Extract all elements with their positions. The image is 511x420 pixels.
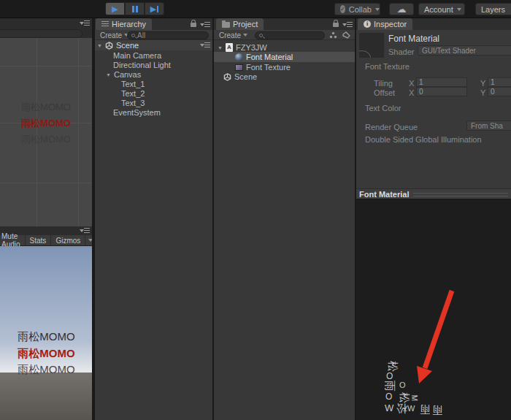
foldout-icon[interactable]: ▼ (106, 72, 111, 77)
tree-row-text-3[interactable]: Text_3 (95, 98, 212, 108)
chevron-down-icon (375, 8, 380, 11)
tree-row-label: EventSystem (113, 108, 161, 117)
tree-row-label: Directional Light (113, 61, 171, 69)
game-panel-menu-icon[interactable] (80, 227, 90, 234)
inspector-tab-label: Inspector (374, 20, 407, 28)
double-sided-gi-label: Double Sided Global Illumination (365, 135, 482, 144)
tree-row-canvas[interactable]: ▼ Canvas (95, 69, 212, 80)
tree-row-label: Canvas (114, 70, 141, 79)
filter-by-label-icon[interactable] (342, 31, 350, 39)
filter-by-type-icon[interactable] (329, 31, 337, 39)
offset-y-label: Y (480, 88, 485, 97)
tiling-x-field[interactable] (416, 77, 467, 87)
project-tab-label: Project (233, 20, 258, 28)
main-toolbar: ▶ ▶ ✓ Collab ☁ Account Layers (0, 0, 511, 18)
info-icon: i (364, 20, 371, 28)
project-panel-menu-icon[interactable] (342, 21, 353, 28)
game-viewport[interactable]: 雨松MOMO 雨松MOMO 雨松MOMO (0, 246, 92, 420)
chevron-down-icon (457, 8, 461, 11)
inspector-panel: i Inspector Font Material Shader GUI/Tex… (356, 18, 511, 420)
cloud-icon: ☁ (397, 4, 407, 14)
material-preview-area[interactable]: 松 O 雨 O O 松 M W 松 W 雨 雨 (356, 199, 511, 420)
hierarchy-tab-strip: Hierarchy (95, 18, 212, 30)
tab-project[interactable]: Project (216, 18, 264, 30)
tree-row-scene[interactable]: ▼ Scene (95, 40, 212, 50)
tree-row-directional-light[interactable]: Directional Light (95, 60, 212, 70)
shader-dropdown[interactable]: GUI/Text Shader (418, 45, 511, 56)
drag-handle[interactable] (413, 193, 508, 196)
render-queue-dropdown[interactable]: From Sha (466, 121, 511, 131)
layers-dropdown[interactable]: Layers (475, 3, 511, 15)
tree-row-fzy3jw[interactable]: ▼ A FZY3JW (214, 42, 355, 53)
texture-icon (235, 64, 243, 71)
hierarchy-panel-menu-icon[interactable] (200, 21, 210, 28)
offset-x-label: X (409, 88, 414, 97)
mute-audio-button[interactable]: Mute Audio (0, 235, 26, 245)
tiling-y-label: Y (480, 79, 485, 88)
tree-row-label: Scene (234, 72, 257, 81)
tree-row-font-material[interactable]: Font Material (214, 52, 355, 62)
pause-icon (132, 6, 138, 12)
scene-view-tab-strip (0, 18, 92, 28)
pause-button[interactable] (125, 2, 145, 15)
grid-line (0, 183, 92, 183)
step-button[interactable]: ▶ (145, 2, 164, 15)
material-name: Font Material (388, 34, 439, 44)
tab-hierarchy[interactable]: Hierarchy (96, 18, 152, 30)
folder-icon (222, 22, 230, 28)
material-preview-thumbnail (359, 33, 384, 58)
account-dropdown[interactable]: Account (418, 3, 465, 15)
scene-text-1: 雨松MOMO (0, 101, 92, 114)
stats-button[interactable]: Stats (26, 235, 52, 245)
tree-row-label: Font Texture (246, 63, 291, 72)
gizmos-label: Gizmos (55, 237, 80, 245)
material-preview-header[interactable]: Font Material (356, 188, 511, 199)
tree-row-eventsystem[interactable]: EventSystem (95, 107, 212, 118)
tree-row-label: Text_3 (121, 99, 145, 107)
shader-value: GUI/Text Shader (422, 47, 476, 55)
cloud-services-button[interactable]: ☁ (389, 3, 414, 15)
scene-panel-menu-icon[interactable] (80, 20, 90, 27)
hierarchy-search-input[interactable]: All (127, 31, 209, 39)
grid-line (0, 66, 92, 66)
font-texture-section-label: Font Texture (365, 62, 410, 71)
tree-row-text-2[interactable]: Text_2 (95, 88, 212, 99)
unity-logo-icon (223, 73, 231, 81)
offset-x-field[interactable] (416, 87, 467, 96)
hierarchy-create-button[interactable]: Create (97, 31, 131, 39)
font-asset-icon: A (226, 43, 233, 52)
gizmos-dropdown[interactable]: Gizmos (51, 235, 85, 245)
hierarchy-toolbar: Create All (95, 30, 212, 40)
scene-viewport[interactable]: 雨松MOMO 雨松MOMO 雨松MOMO (0, 38, 92, 226)
project-panel: Project Create ▼ A FZY3JW Font Material (214, 18, 355, 420)
hierarchy-panel: Hierarchy Create All ▼ Scene Main Camera (95, 18, 212, 420)
lock-icon[interactable] (191, 23, 196, 27)
inspector-tab-strip: i Inspector (356, 18, 511, 30)
tree-row-label: Scene (116, 41, 139, 50)
scene-search-field[interactable] (0, 29, 82, 38)
game-text-3: 雨松MOMO (0, 363, 93, 377)
collab-check-icon: ✓ (340, 5, 345, 13)
scene-text-2: 雨松MOMO (0, 117, 92, 130)
tree-row-main-camera[interactable]: Main Camera (95, 50, 212, 61)
project-search-input[interactable] (255, 31, 325, 39)
tab-inspector[interactable]: i Inspector (358, 18, 412, 30)
offset-y-field[interactable] (488, 87, 511, 96)
lock-icon[interactable] (333, 23, 339, 27)
tree-row-scene-asset[interactable]: Scene (214, 72, 355, 82)
collab-button[interactable]: ✓ Collab (334, 3, 380, 15)
project-create-button[interactable]: Create (216, 31, 250, 39)
tiling-x-label: X (409, 79, 414, 88)
foldout-icon[interactable]: ▼ (218, 45, 223, 50)
tree-row-label: Text_1 (121, 80, 145, 88)
tree-row-font-texture[interactable]: Font Texture (214, 62, 355, 72)
tree-row-label: Text_2 (121, 89, 145, 98)
unity-editor-window: ▶ ▶ ✓ Collab ☁ Account Layers (0, 0, 511, 420)
play-button[interactable]: ▶ (105, 2, 125, 15)
foldout-icon[interactable]: ▼ (97, 43, 102, 48)
render-queue-value: From Sha (471, 122, 503, 130)
tiling-y-field[interactable] (488, 77, 511, 87)
hierarchy-tab-label: Hierarchy (112, 20, 146, 28)
scene-row-menu-icon[interactable] (200, 42, 210, 49)
tree-row-text-1[interactable]: Text_1 (95, 79, 212, 89)
